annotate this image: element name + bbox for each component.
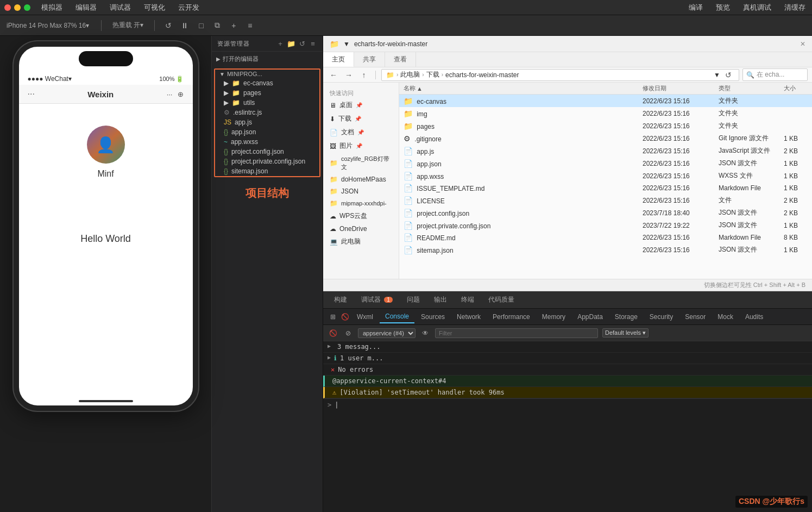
- dt-panel-security[interactable]: Security: [644, 311, 678, 323]
- project-header[interactable]: ▼ MINIPROG...: [215, 70, 319, 78]
- dt-panel-console[interactable]: Console: [380, 310, 414, 323]
- hot-reload-toggle[interactable]: 热重载 开▾: [109, 20, 147, 31]
- dt-panel-storage[interactable]: Storage: [609, 311, 643, 323]
- fm-nav-desktop[interactable]: 🖥 桌面 📌: [323, 98, 399, 112]
- fm-file-row-readme[interactable]: 📄 README.md 2022/6/23 15:16 Markdown Fil…: [399, 232, 812, 243]
- dt-service-select[interactable]: appservice (#4): [358, 328, 416, 338]
- fm-nav-pictures[interactable]: 🖼 图片 📌: [323, 139, 399, 153]
- dt-levels-dropdown[interactable]: Default levels ▾: [602, 328, 649, 338]
- console-expand-messages[interactable]: ▶: [328, 343, 331, 349]
- menu-clear-cache[interactable]: 清缓存: [782, 2, 808, 14]
- menu-device-debug[interactable]: 真机调试: [741, 2, 773, 14]
- dt-panel-sources[interactable]: Sources: [416, 311, 450, 323]
- dt-tab-quality[interactable]: 代码质量: [482, 293, 521, 307]
- dt-panel-mock[interactable]: Mock: [712, 311, 739, 323]
- fm-col-name-header[interactable]: 名称 ▲: [399, 84, 638, 92]
- dt-panel-appdata[interactable]: AppData: [572, 311, 608, 323]
- menu-preview[interactable]: 预览: [714, 2, 732, 14]
- menu-editor[interactable]: 编辑器: [73, 2, 99, 14]
- dt-panel-memory[interactable]: Memory: [537, 311, 571, 323]
- dt-panel-audits[interactable]: Audits: [740, 311, 769, 323]
- fm-file-row-appwxss[interactable]: 📄 app.wxss 2022/6/23 15:16 WXSS 文件 1 KB: [399, 170, 812, 182]
- fm-addr-part-folder[interactable]: echarts-for-weixin-master: [445, 71, 519, 79]
- fm-nav-thispc[interactable]: 💻 此电脑: [323, 235, 399, 248]
- traffic-light-minimize[interactable]: [14, 4, 21, 11]
- fm-tab-home[interactable]: 主页: [323, 52, 354, 67]
- menu-debugger[interactable]: 调试器: [108, 2, 133, 14]
- fm-nav-mipmap[interactable]: 📁 mipmap-xxxhdpi-: [323, 197, 399, 209]
- fm-file-row-ppconfig[interactable]: 📄 project.private.config.json 2023/7/22 …: [399, 219, 812, 232]
- fm-nav-docs[interactable]: 📄 文档 📌: [323, 126, 399, 139]
- preview-button[interactable]: □: [195, 20, 207, 32]
- dt-panel-network[interactable]: Network: [451, 311, 486, 323]
- file-project-private[interactable]: {} project.private.config.json: [215, 157, 319, 166]
- fm-col-type-header[interactable]: 类型: [714, 84, 779, 92]
- refresh-button[interactable]: ↺: [162, 20, 174, 32]
- fm-tab-view[interactable]: 查看: [385, 52, 416, 67]
- file-pages[interactable]: ▶ 📁 pages: [215, 88, 319, 98]
- dt-tab-terminal[interactable]: 终端: [455, 293, 481, 307]
- add-button[interactable]: +: [228, 20, 240, 32]
- dt-filter-toggle-btn[interactable]: ⊘: [343, 328, 354, 339]
- fm-file-row-pages[interactable]: 📁 pages 2022/6/23 15:16 文件夹: [399, 120, 812, 132]
- console-cursor[interactable]: |: [335, 401, 338, 409]
- dt-panel-wxml[interactable]: Wxml: [351, 311, 379, 323]
- dt-clear-btn[interactable]: 🚫: [328, 328, 338, 339]
- pause-button[interactable]: ⏸: [179, 20, 191, 32]
- fm-back-button[interactable]: ←: [328, 69, 339, 81]
- dt-panel-left-icon2[interactable]: 🚫: [339, 311, 350, 322]
- menu-compile[interactable]: 编译: [687, 2, 705, 14]
- fm-file-row-gitignore[interactable]: ⚙ .gitignore 2022/6/23 15:16 Git Ignore …: [399, 132, 812, 145]
- fm-nav-cozylife[interactable]: 📁 cozylife_RGB灯带文: [323, 153, 399, 173]
- console-expand-user[interactable]: ▶: [328, 354, 331, 360]
- open-editors-header[interactable]: ▶ 打开的编辑器: [212, 54, 323, 64]
- file-project-config[interactable]: {} project.config.json: [215, 147, 319, 157]
- file-sitemap[interactable]: {} sitemap.json: [215, 166, 319, 176]
- settings-button[interactable]: ≡: [244, 20, 256, 32]
- phone-search-icon[interactable]: ···: [167, 90, 173, 98]
- fm-file-row-ec-canvas[interactable]: 📁 ec-canvas 2022/6/23 15:16 文件夹: [399, 95, 812, 107]
- fm-addr-part-downloads[interactable]: 下载: [426, 70, 439, 79]
- file-eslintrc[interactable]: ⚙ .eslintrc.js: [215, 108, 319, 117]
- traffic-light-maximize[interactable]: [24, 4, 30, 11]
- collapse-icon[interactable]: ≡: [309, 39, 317, 48]
- dt-tab-debugger[interactable]: 调试器 1: [355, 293, 399, 307]
- fm-file-row-issue[interactable]: 📄 ISSUE_TEMPLATE.md 2022/6/23 15:16 Mark…: [399, 182, 812, 194]
- fm-nav-wps[interactable]: ☁ WPS云盘: [323, 209, 399, 223]
- fm-nav-onedrive[interactable]: ☁ OneDrive: [323, 223, 399, 235]
- dt-tab-issues[interactable]: 问题: [400, 293, 426, 307]
- dt-tab-output[interactable]: 输出: [427, 293, 454, 307]
- dt-tab-build[interactable]: 构建: [328, 293, 354, 307]
- multi-window-button[interactable]: ⧉: [211, 20, 223, 32]
- dt-filter-input[interactable]: [435, 328, 598, 338]
- fm-file-row-pconfig[interactable]: 📄 project.config.json 2023/7/18 18:40 JS…: [399, 207, 812, 219]
- fm-addr-refresh-icon[interactable]: ↺: [722, 69, 734, 81]
- dt-panel-left-icon[interactable]: ⊞: [328, 311, 338, 322]
- dt-eye-btn[interactable]: 👁: [420, 328, 431, 339]
- device-selector[interactable]: iPhone 14 Pro Max 87% 16▾: [7, 22, 89, 29]
- fm-file-row-img[interactable]: 📁 img 2022/6/23 15:16 文件夹: [399, 107, 812, 120]
- file-appwxss[interactable]: ~ app.wxss: [215, 137, 319, 147]
- fm-addr-part-pc[interactable]: 此电脑: [400, 70, 420, 79]
- phone-qr-icon[interactable]: ⊕: [178, 90, 184, 98]
- menu-visual[interactable]: 可视化: [142, 2, 167, 14]
- fm-nav-downloads[interactable]: ⬇ 下载 📌: [323, 112, 399, 126]
- fm-file-row-appjs[interactable]: 📄 app.js 2022/6/23 15:16 JavaScript 源文件 …: [399, 145, 812, 157]
- fm-nav-json[interactable]: 📁 JSON: [323, 185, 399, 197]
- fm-up-button[interactable]: ↑: [358, 69, 370, 81]
- traffic-light-close[interactable]: [4, 4, 11, 11]
- new-file-icon[interactable]: +: [276, 39, 285, 48]
- fm-file-row-appjson[interactable]: 📄 app.json 2022/6/23 15:16 JSON 源文件 1 KB: [399, 157, 812, 170]
- file-appjson[interactable]: {} app.json: [215, 127, 319, 137]
- menu-simulator[interactable]: 模拟器: [39, 2, 65, 14]
- dt-panel-sensor[interactable]: Sensor: [679, 311, 711, 323]
- fm-nav-dohome[interactable]: 📁 doHomeMPaas: [323, 173, 399, 185]
- new-folder-icon[interactable]: 📁: [287, 39, 295, 48]
- fm-file-row-sitemap[interactable]: 📄 sitemap.json 2022/6/23 15:16 JSON 源文件 …: [399, 243, 812, 256]
- fm-file-row-license[interactable]: 📄 LICENSE 2022/6/23 15:16 文件 2 KB: [399, 194, 812, 207]
- fm-tab-share[interactable]: 共享: [354, 52, 385, 67]
- file-ec-canvas[interactable]: ▶ 📁 ec-canvas: [215, 78, 319, 88]
- dt-panel-performance[interactable]: Performance: [487, 311, 536, 323]
- fm-close-icon[interactable]: ✕: [800, 40, 805, 48]
- fm-col-size-header[interactable]: 大小: [779, 84, 812, 92]
